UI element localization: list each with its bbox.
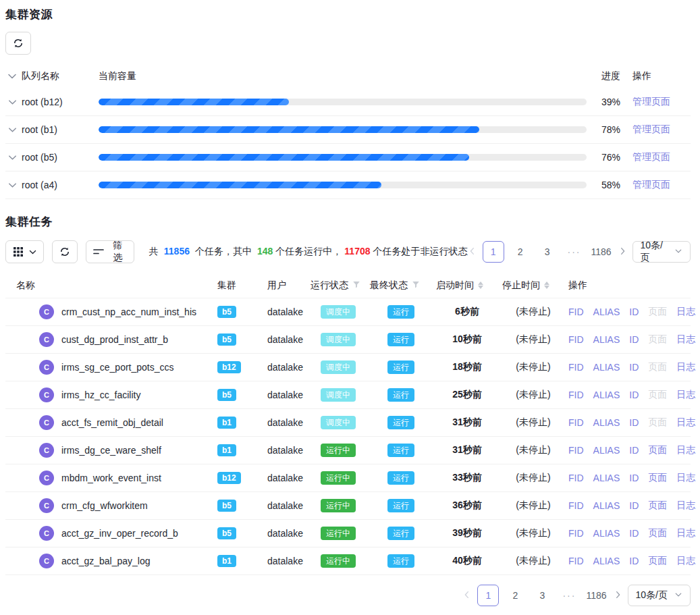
tasks-refresh-button[interactable] <box>52 240 78 263</box>
running-count: 148 <box>257 246 273 257</box>
id-link[interactable]: ID <box>629 500 639 511</box>
id-link[interactable]: ID <box>629 528 639 539</box>
pagination-top: 1 2 3 ··· 1186 10条/页 <box>468 241 691 263</box>
id-link[interactable]: ID <box>629 306 639 317</box>
id-link[interactable]: ID <box>629 334 639 345</box>
page-1[interactable]: 1 <box>477 585 499 606</box>
page-link[interactable]: 页面 <box>648 527 667 539</box>
stop-time: (未停止) <box>498 333 564 346</box>
prev-page-icon[interactable] <box>462 590 472 601</box>
id-link[interactable]: ID <box>629 556 639 566</box>
task-user: datalake <box>263 417 306 428</box>
start-time: 33秒前 <box>432 472 498 484</box>
cluster-badge: b1 <box>217 417 236 429</box>
alias-link[interactable]: ALIAS <box>593 362 620 373</box>
log-link[interactable]: 日志 <box>676 417 695 429</box>
alias-link[interactable]: ALIAS <box>593 528 620 539</box>
page-link[interactable]: 页面 <box>648 555 667 567</box>
fid-link[interactable]: FID <box>568 390 584 400</box>
id-link[interactable]: ID <box>629 417 639 428</box>
page-3[interactable]: 3 <box>531 585 553 606</box>
stop-time: (未停止) <box>498 306 564 318</box>
manage-page-link[interactable]: 管理页面 <box>632 96 670 107</box>
page-size-select[interactable]: 10条/页 <box>632 241 691 263</box>
log-link[interactable]: 日志 <box>676 306 695 318</box>
nonrunning-count: 11708 <box>344 246 370 257</box>
expand-chevron-icon[interactable] <box>5 178 19 192</box>
page-ellipsis[interactable]: ··· <box>564 241 585 263</box>
fid-link[interactable]: FID <box>568 417 584 428</box>
page-link[interactable]: 页面 <box>648 472 667 484</box>
fid-link[interactable]: FID <box>568 445 584 456</box>
collapse-all-chevron-icon[interactable] <box>5 70 19 83</box>
alias-link[interactable]: ALIAS <box>593 473 620 483</box>
log-link[interactable]: 日志 <box>676 333 695 346</box>
page-2[interactable]: 2 <box>504 585 526 606</box>
manage-page-link[interactable]: 管理页面 <box>632 124 670 134</box>
layout-dropdown-button[interactable] <box>5 240 44 263</box>
avatar: C <box>39 387 54 402</box>
expand-chevron-icon[interactable] <box>5 151 19 164</box>
page-ellipsis[interactable]: ··· <box>558 585 580 606</box>
alias-link[interactable]: ALIAS <box>593 556 620 566</box>
page-size-select[interactable]: 10条/页 <box>628 585 691 606</box>
page-2[interactable]: 2 <box>510 241 531 263</box>
capacity-progressbar <box>89 126 597 133</box>
col-run-state: 运行状态 <box>306 279 366 292</box>
page-link[interactable]: 页面 <box>648 500 667 512</box>
fid-link[interactable]: FID <box>568 306 584 317</box>
resources-refresh-button[interactable] <box>5 32 31 55</box>
id-link[interactable]: ID <box>629 445 639 456</box>
queue-name: root (b1) <box>22 124 89 135</box>
queue-name: root (b12) <box>22 97 89 107</box>
id-link[interactable]: ID <box>629 390 639 400</box>
filter-funnel-icon[interactable] <box>352 280 360 291</box>
fid-link[interactable]: FID <box>568 334 584 345</box>
page-link: 页面 <box>648 361 667 373</box>
fid-link[interactable]: FID <box>568 500 584 511</box>
log-link[interactable]: 日志 <box>676 555 695 567</box>
next-page-icon[interactable] <box>618 246 627 258</box>
start-time: 18秒前 <box>432 361 498 373</box>
filter-funnel-icon[interactable] <box>412 280 420 291</box>
alias-link[interactable]: ALIAS <box>593 306 620 317</box>
page: 集群资源 队列名称 当前容量 进度 操作 root (b12) 39% 管理页面 <box>0 0 700 606</box>
run-state-tag: 运行中 <box>321 471 356 485</box>
alias-link[interactable]: ALIAS <box>593 417 620 428</box>
page-link[interactable]: 页面 <box>648 444 667 456</box>
page-3[interactable]: 3 <box>537 241 558 263</box>
stop-time: (未停止) <box>498 500 564 512</box>
fid-link[interactable]: FID <box>568 556 584 566</box>
manage-page-link[interactable]: 管理页面 <box>632 179 670 190</box>
expand-chevron-icon[interactable] <box>5 123 19 136</box>
stop-time: (未停止) <box>498 555 564 567</box>
page-last[interactable]: 1186 <box>585 585 607 606</box>
log-link[interactable]: 日志 <box>676 389 695 401</box>
cluster-badge: b5 <box>217 333 236 346</box>
id-link[interactable]: ID <box>629 362 639 373</box>
log-link[interactable]: 日志 <box>676 361 695 373</box>
page-last[interactable]: 1186 <box>591 241 612 263</box>
start-time: 6秒前 <box>432 306 498 318</box>
start-time: 31秒前 <box>432 444 498 456</box>
alias-link[interactable]: ALIAS <box>593 500 620 511</box>
id-link[interactable]: ID <box>629 473 639 483</box>
log-link[interactable]: 日志 <box>676 444 695 456</box>
filter-button[interactable]: 筛选 <box>86 240 134 263</box>
expand-chevron-icon[interactable] <box>5 95 19 109</box>
prev-page-icon[interactable] <box>468 246 477 258</box>
sorter-icon[interactable] <box>478 282 483 289</box>
sorter-icon[interactable] <box>544 282 549 289</box>
fid-link[interactable]: FID <box>568 528 584 539</box>
manage-page-link[interactable]: 管理页面 <box>632 151 670 162</box>
next-page-icon[interactable] <box>613 590 622 601</box>
log-link[interactable]: 日志 <box>676 472 695 484</box>
fid-link[interactable]: FID <box>568 473 584 483</box>
alias-link[interactable]: ALIAS <box>593 390 620 400</box>
alias-link[interactable]: ALIAS <box>593 445 620 456</box>
log-link[interactable]: 日志 <box>676 527 695 539</box>
page-1[interactable]: 1 <box>483 241 504 263</box>
alias-link[interactable]: ALIAS <box>593 334 620 345</box>
log-link[interactable]: 日志 <box>676 500 695 512</box>
fid-link[interactable]: FID <box>568 362 584 373</box>
